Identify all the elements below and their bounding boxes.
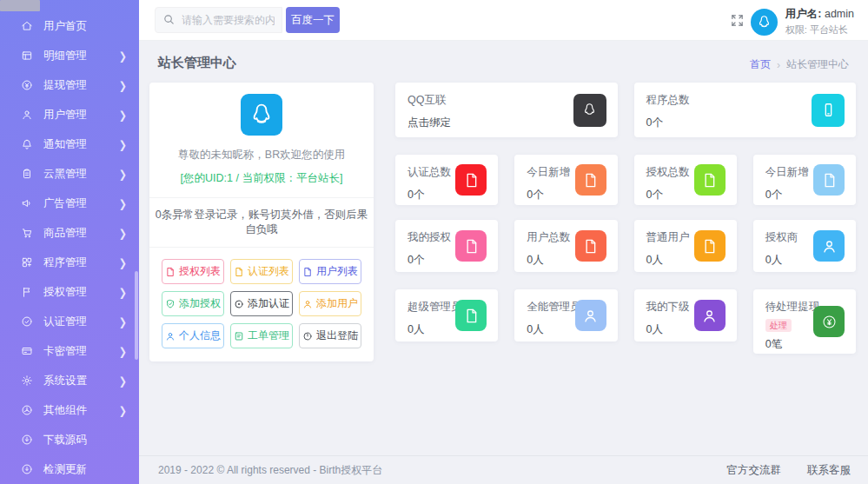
sidebar-item-cert-mgmt[interactable]: 认证管理 ❯ (0, 307, 139, 336)
search-bar: 百度一下 (155, 7, 340, 33)
sidebar-item-withdraw-mgmt[interactable]: 提现管理 ❯ (0, 70, 139, 100)
stat-card-my-licenses: 我的授权管理 0个 (395, 220, 498, 272)
breadcrumb-home-link[interactable]: 首页 (750, 57, 771, 72)
file-icon (455, 230, 487, 262)
chevron-right-icon: ❯ (119, 315, 127, 328)
sidebar-item-download-source[interactable]: 下载源码 (0, 425, 139, 454)
copyright-text: 2019 - 2022 © All rights reserved - Birt… (158, 463, 382, 478)
chevron-right-icon: ❯ (119, 256, 127, 269)
breadcrumb-current: 站长管理中心 (786, 57, 849, 72)
clipboard-icon (21, 168, 33, 180)
user-icon (21, 109, 33, 121)
stat-card-omni-admins: 全能管理员 0人 (514, 289, 617, 341)
sidebar-item-user-mgmt[interactable]: 用户管理 ❯ (0, 100, 139, 129)
quick-actions: 授权列表 认证列表 用户列表 添加授权 添加认证 (149, 248, 374, 361)
role-label: 权限: (785, 24, 807, 35)
admin-dashboard: 用户首页 明细管理 ❯ 提现管理 ❯ 用户管理 ❯ 通知管理 ❯ (0, 0, 868, 484)
license-list-button[interactable]: 授权列表 (162, 259, 224, 284)
official-group-link[interactable]: 官方交流群 (727, 463, 782, 478)
sidebar-item-blacklist-mgmt[interactable]: 云黑管理 ❯ (0, 159, 139, 189)
stat-title: 普通用户 (646, 230, 690, 245)
sidebar-scrollbar[interactable] (135, 271, 138, 360)
personal-info-button[interactable]: 个人信息 (162, 323, 224, 348)
stat-card-user-total: 用户总数 0人 (514, 220, 617, 272)
sidebar-item-label: 提现管理 (43, 78, 87, 93)
sidebar-item-system-settings[interactable]: 系统设置 ❯ (0, 366, 139, 395)
sidebar-item-label: 明细管理 (43, 49, 87, 63)
sidebar-item-label: 程序管理 (43, 255, 87, 270)
stat-title: 超级管理员 (407, 300, 462, 315)
home-icon (21, 20, 33, 32)
add-cert-button[interactable]: 添加认证 (230, 291, 293, 316)
footer-links: 官方交流群 联系客服 (727, 463, 851, 478)
sidebar-item-notice-mgmt[interactable]: 通知管理 ❯ (0, 129, 139, 159)
megaphone-icon (21, 197, 33, 209)
sidebar-item-detail-mgmt[interactable]: 明细管理 ❯ (0, 41, 139, 70)
gear-icon (21, 375, 33, 387)
chevron-right-icon: ❯ (119, 109, 127, 122)
stat-card-qq-bind[interactable]: QQ互联 点击绑定 (395, 83, 618, 137)
sidebar-item-label: 检测更新 (43, 462, 87, 477)
welcome-text: 尊敬的未知昵称，BR欢迎您的使用 (162, 148, 361, 162)
sidebar-item-cardkey-mgmt[interactable]: 卡密管理 ❯ (0, 336, 139, 366)
stat-title: 用户总数 (527, 230, 570, 245)
bell-icon (21, 138, 33, 150)
add-license-button[interactable]: 添加授权 (162, 291, 224, 316)
sidebar-item-label: 商品管理 (43, 226, 87, 241)
power-icon (302, 331, 313, 341)
sidebar-item-label: 用户首页 (43, 19, 87, 34)
components-icon (21, 404, 33, 416)
ticket-mgmt-button[interactable]: 工单管理 (230, 323, 293, 348)
sidebar-item-program-mgmt[interactable]: 程序管理 ❯ (0, 248, 139, 277)
sidebar-item-label: 用户管理 (43, 108, 87, 123)
role-line: 权限: 平台站长 (785, 23, 854, 36)
username-line: 用户名: admin (785, 7, 854, 22)
user-menu[interactable]: 用户名: admin 权限: 平台站长 (751, 7, 854, 36)
footer: 2019 - 2022 © All rights reserved - Birt… (139, 455, 868, 484)
contact-support-link[interactable]: 联系客服 (807, 463, 851, 478)
breadcrumb: 首页 › 站长管理中心 (750, 57, 849, 72)
user-icon (813, 230, 845, 262)
flag-icon (21, 286, 33, 298)
file-icon (455, 164, 487, 196)
sidebar-item-check-update[interactable]: 检测更新 (0, 454, 139, 484)
file-icon (694, 164, 726, 196)
stat-card-my-subordinates: 我的下级管理 0人 (634, 289, 737, 341)
sidebar-item-label: 认证管理 (43, 315, 87, 329)
search-icon (162, 13, 176, 26)
sidebar-item-goods-mgmt[interactable]: 商品管理 ❯ (0, 218, 139, 248)
blocks-icon (21, 256, 33, 269)
stats-grid: QQ互联 点击绑定 程序总数 0个 认证总数管理 0个 (395, 83, 856, 341)
uid-permission-text: [您的UID:1 / 当前权限：平台站长] (162, 171, 361, 186)
add-user-button[interactable]: 添加用户 (299, 291, 361, 316)
card-icon (21, 345, 33, 357)
fullscreen-icon[interactable] (730, 13, 745, 28)
sidebar-item-other-components[interactable]: 其他组件 ❯ (0, 395, 139, 425)
process-badge[interactable]: 处理 (765, 319, 792, 332)
stat-title: 全能管理员 (527, 300, 581, 315)
sidebar-item-label: 广告管理 (43, 196, 87, 211)
stat-title: 授权商 (765, 230, 798, 245)
qq-icon (573, 94, 606, 127)
sidebar-item-label: 其他组件 (43, 403, 87, 418)
stat-title: 今日新增 (765, 165, 809, 180)
topbar: 百度一下 用户名: admin 权限: (139, 0, 868, 41)
chevron-right-icon: ❯ (119, 197, 127, 210)
sidebar: 用户首页 明细管理 ❯ 提现管理 ❯ 用户管理 ❯ 通知管理 ❯ (0, 0, 139, 484)
file-icon (575, 230, 606, 262)
sidebar-item-user-home[interactable]: 用户首页 (0, 11, 139, 41)
search-button[interactable]: 百度一下 (286, 7, 340, 33)
qq-icon (241, 94, 282, 136)
file-icon (455, 300, 487, 331)
cert-list-button[interactable]: 认证列表 (230, 259, 293, 284)
chevron-right-icon: ❯ (119, 168, 127, 181)
user-avatar[interactable] (751, 9, 778, 36)
logout-button[interactable]: 退出登陆 (299, 323, 361, 348)
user-list-button[interactable]: 用户列表 (299, 259, 361, 284)
cart-icon (21, 227, 33, 239)
sidebar-item-license-mgmt[interactable]: 授权管理 ❯ (0, 277, 139, 307)
main-content: 站长管理中心 首页 › 站长管理中心 尊敬的未知昵称，BR欢迎您的使用 [您的U… (139, 41, 868, 484)
stat-title: 授权总数 (646, 165, 690, 180)
file-icon (165, 267, 176, 277)
sidebar-item-ad-mgmt[interactable]: 广告管理 ❯ (0, 189, 139, 218)
